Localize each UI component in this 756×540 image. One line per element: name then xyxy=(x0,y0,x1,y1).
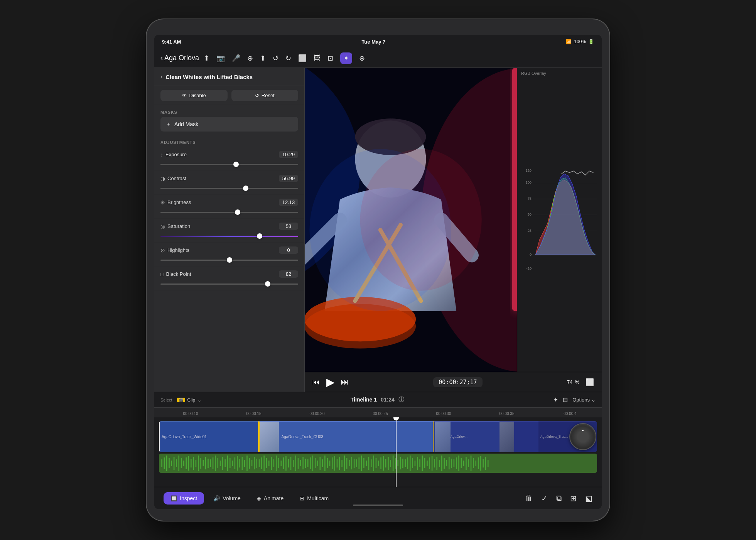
timeline-tracks[interactable]: AgaOrlova_Track_Wide01 AgaOrlova_Track_C… xyxy=(154,417,602,487)
crop-button[interactable]: ⧉ xyxy=(556,494,562,503)
saturation-thumb[interactable] xyxy=(257,233,262,239)
brightness-icon: ✳ xyxy=(160,199,165,206)
svg-rect-63 xyxy=(232,461,233,466)
svg-rect-132 xyxy=(400,457,401,469)
svg-rect-47 xyxy=(193,457,194,470)
timeline-snap-icon[interactable]: ✦ xyxy=(553,396,558,403)
saturation-slider[interactable] xyxy=(160,232,298,240)
monitor-icon[interactable]: ⬜ xyxy=(298,54,307,62)
contrast-thumb[interactable] xyxy=(243,186,248,191)
svg-rect-90 xyxy=(298,458,299,469)
exposure-slider[interactable] xyxy=(160,160,298,168)
add-mask-button[interactable]: ＋ Add Mask xyxy=(160,117,298,132)
blackpoint-slider[interactable] xyxy=(160,280,298,288)
svg-point-19 xyxy=(360,149,482,291)
camera-icon[interactable]: 📷 xyxy=(216,54,225,62)
svg-rect-115 xyxy=(359,457,360,469)
svg-rect-167 xyxy=(485,457,486,470)
audio-track[interactable] xyxy=(159,454,597,473)
track-clip-2[interactable]: AgaOrlova_Track_CU03 xyxy=(259,421,433,452)
mic-icon[interactable]: 🎤 xyxy=(232,54,240,62)
reset-button[interactable]: ↺ Reset xyxy=(231,90,299,101)
disable-button[interactable]: 👁 Disable xyxy=(160,90,228,101)
share-icon[interactable]: ⬆ xyxy=(260,54,266,62)
photo-icon[interactable]: 🖼 xyxy=(314,54,321,62)
aspect-ratio-icon[interactable]: ⬜ xyxy=(586,378,594,386)
location-icon[interactable]: ⊕ xyxy=(247,54,253,62)
brightness-thumb[interactable] xyxy=(235,209,240,215)
svg-rect-78 xyxy=(268,461,270,466)
svg-rect-58 xyxy=(220,461,221,466)
back-chevron: ‹ xyxy=(160,54,163,62)
options-chevron: ⌄ xyxy=(591,397,596,403)
svg-rect-79 xyxy=(271,457,272,470)
upload-icon[interactable]: ⬆ xyxy=(204,54,209,62)
adjustments-section-label: ADJUSTMENTS xyxy=(154,135,304,147)
blackpoint-thumb[interactable] xyxy=(265,281,270,287)
highlights-slider[interactable] xyxy=(160,256,298,264)
svg-rect-68 xyxy=(244,460,245,467)
svg-rect-46 xyxy=(191,459,192,467)
rewind-button[interactable]: ⏮ xyxy=(312,378,320,386)
svg-rect-45 xyxy=(188,456,189,471)
ruler-mark-3: 00:00:20 xyxy=(285,412,349,416)
screen-record-icon[interactable]: ⊡ xyxy=(327,54,333,62)
exposure-adjustment: ↕ Exposure 10.29 xyxy=(154,147,304,171)
redo-icon[interactable]: ↻ xyxy=(285,54,291,62)
svg-rect-139 xyxy=(417,457,418,470)
timeline-options: ✦ ⊟ Options ⌄ xyxy=(553,396,596,403)
volume-knob[interactable] xyxy=(569,423,596,450)
svg-rect-156 xyxy=(458,456,459,471)
tab-volume[interactable]: 🔊 Volume xyxy=(206,492,248,505)
tab-multicam[interactable]: ⊞ Multicam xyxy=(293,492,336,505)
playhead[interactable] xyxy=(396,417,397,487)
tab-inspect[interactable]: 🔲 Inspect xyxy=(164,492,204,505)
svg-rect-102 xyxy=(327,458,328,468)
brightness-slider[interactable] xyxy=(160,208,298,216)
confirm-button[interactable]: ✓ xyxy=(541,494,548,503)
bottom-tabs: 🔲 Inspect 🔊 Volume ◈ Animate ⊞ xyxy=(164,492,336,505)
svg-rect-93 xyxy=(305,459,306,468)
freeze-button[interactable]: ⬕ xyxy=(585,494,592,503)
track-clip-3[interactable]: AgaOrlov... xyxy=(434,421,500,452)
more-icon[interactable]: ⊕ xyxy=(359,54,365,62)
track-clip-1[interactable]: AgaOrlova_Track_Wide01 xyxy=(159,421,259,452)
contrast-slider[interactable] xyxy=(160,184,298,192)
svg-text:75: 75 xyxy=(528,197,532,201)
magic-icon[interactable]: ✦ xyxy=(340,52,352,64)
options-button[interactable]: Options ⌄ xyxy=(572,397,596,403)
exposure-thumb[interactable] xyxy=(233,162,239,167)
clip-selector[interactable]: 🎬 Clip ⌄ xyxy=(177,397,202,403)
svg-rect-134 xyxy=(405,459,406,467)
delete-button[interactable]: 🗑 xyxy=(525,494,533,503)
track-clip-4[interactable] xyxy=(500,421,539,452)
svg-rect-65 xyxy=(237,456,238,471)
svg-rect-161 xyxy=(471,456,472,471)
svg-rect-106 xyxy=(337,459,338,467)
main-content: ‹ Clean Whites with Lifted Blacks 👁 Disa… xyxy=(154,68,602,509)
history-icon[interactable]: ↺ xyxy=(273,54,278,62)
inspector-back-button[interactable]: ‹ xyxy=(160,73,162,80)
highlights-thumb[interactable] xyxy=(227,257,232,263)
play-button[interactable]: ▶ xyxy=(326,376,335,388)
svg-rect-143 xyxy=(427,461,428,466)
video-track[interactable]: AgaOrlova_Track_Wide01 AgaOrlova_Track_C… xyxy=(159,421,597,452)
video-histogram-section: RGB Overlay 120 100 75 50 25 0 xyxy=(305,68,602,392)
svg-rect-151 xyxy=(446,460,447,466)
forward-button[interactable]: ⏭ xyxy=(341,378,349,386)
contrast-value: 56.99 xyxy=(279,175,298,182)
video-recreation xyxy=(305,68,517,372)
zoom-unit: % xyxy=(575,379,579,385)
svg-rect-60 xyxy=(224,459,226,467)
back-button[interactable]: ‹ Aga Orlova xyxy=(160,54,199,62)
split-button[interactable]: ⊞ xyxy=(570,494,577,503)
info-icon[interactable]: ⓘ xyxy=(398,396,404,403)
ruler-mark-2: 00:00:15 xyxy=(222,412,285,416)
video-preview[interactable] xyxy=(305,68,517,372)
highlights-label: ⊙ Highlights xyxy=(160,247,189,253)
tab-animate[interactable]: ◈ Animate xyxy=(250,492,290,505)
svg-text:50: 50 xyxy=(528,213,532,216)
svg-rect-108 xyxy=(341,460,343,467)
timeline-layout-icon[interactable]: ⊟ xyxy=(563,396,568,403)
svg-rect-135 xyxy=(407,457,408,469)
